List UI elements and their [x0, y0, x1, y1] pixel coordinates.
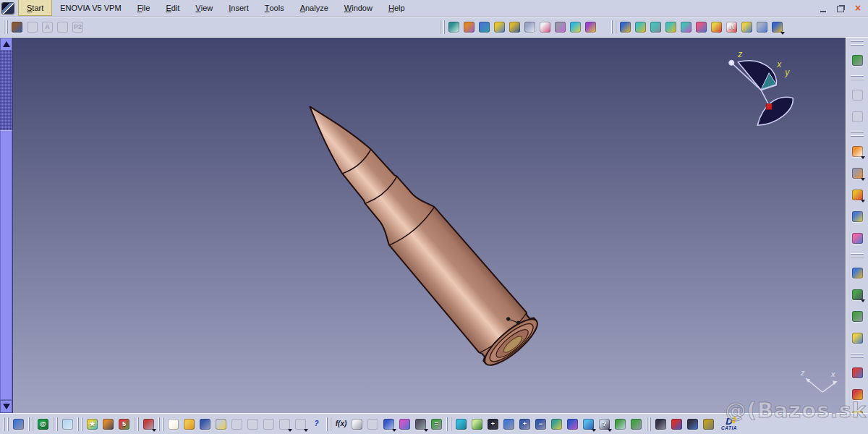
dropdown-arrow-icon[interactable] — [288, 429, 292, 432]
find-replace-icon[interactable]: A — [724, 20, 739, 35]
catalog-star-icon[interactable]: ★ — [85, 417, 100, 432]
select-arrow-icon[interactable] — [850, 144, 865, 159]
swap-space-icon[interactable] — [629, 417, 644, 432]
open-icon[interactable] — [182, 417, 197, 432]
dropdown-arrow-icon[interactable] — [608, 429, 612, 432]
compass-free-rotation-handle[interactable] — [729, 60, 734, 65]
doc-arrow-icon[interactable] — [663, 20, 678, 35]
dropdown-arrow-icon[interactable] — [424, 429, 428, 432]
menu-window[interactable]: Window — [336, 0, 380, 16]
sphere-cavity-icon[interactable] — [101, 417, 116, 432]
menu-start[interactable]: Start — [18, 0, 52, 16]
menu-insert[interactable]: Insert — [221, 0, 257, 16]
dropdown-arrow-icon[interactable] — [861, 178, 865, 181]
toolbar-handle[interactable] — [851, 75, 864, 80]
cube-list-icon[interactable] — [850, 387, 865, 402]
restore-button[interactable] — [835, 3, 846, 13]
normal-view-icon[interactable] — [549, 417, 564, 432]
camera-icon[interactable] — [653, 417, 668, 432]
window-filter-icon[interactable] — [754, 20, 770, 35]
box-blue-icon[interactable] — [850, 209, 865, 224]
lock-gears-icon[interactable] — [413, 417, 428, 432]
apply-material-icon[interactable] — [701, 417, 716, 432]
dropdown-arrow-icon[interactable] — [304, 429, 308, 432]
menu-file[interactable]: File — [129, 0, 158, 16]
gear-cluster-icon[interactable] — [618, 20, 633, 35]
dropdown-arrow-icon[interactable] — [592, 429, 596, 432]
world-icon[interactable] — [446, 20, 461, 35]
hide-show-icon[interactable] — [613, 417, 628, 432]
dropdown-arrow-icon[interactable] — [152, 429, 156, 432]
scrollbar-track[interactable] — [0, 51, 12, 130]
dice-world-icon[interactable] — [850, 265, 865, 281]
cartridge-body[interactable] — [284, 85, 536, 364]
paperclip-icon[interactable] — [522, 20, 537, 35]
doc-gear-a-icon[interactable] — [633, 20, 648, 35]
toolbar-handle[interactable] — [77, 417, 82, 431]
bullet-cartridge-model[interactable] — [284, 85, 543, 372]
compass-lower-sail[interactable] — [757, 97, 793, 125]
dropdown-arrow-icon[interactable] — [861, 156, 865, 159]
list-red-arrow-icon[interactable] — [709, 20, 724, 35]
dropdown-arrow-icon[interactable] — [780, 32, 785, 35]
knowledge-comment-icon[interactable] — [349, 417, 365, 432]
toolbar-handle[interactable] — [28, 417, 33, 431]
tree-scrollbar[interactable] — [0, 38, 13, 413]
doc-morph-icon[interactable] — [678, 20, 694, 35]
3d-box-icon[interactable] — [60, 417, 75, 432]
toolbar-handle[interactable] — [326, 417, 331, 431]
toolbar-handle[interactable] — [53, 417, 58, 431]
dropdown-arrow-icon[interactable] — [861, 200, 865, 203]
gear-pointer-icon[interactable] — [850, 166, 865, 181]
minimize-button[interactable] — [817, 3, 829, 13]
compass-anchor-square[interactable] — [766, 103, 772, 109]
capture-camera-icon[interactable] — [850, 287, 865, 302]
close-button[interactable]: × — [852, 3, 864, 13]
toolbar-handle[interactable] — [446, 417, 451, 431]
view-mode-icon[interactable]: ? — [597, 417, 612, 432]
pan-icon[interactable]: + — [485, 417, 501, 432]
enovia-spiral-icon[interactable]: @ — [35, 417, 51, 432]
menu-edit[interactable]: Edit — [158, 0, 187, 16]
zoom-out-icon[interactable]: − — [533, 417, 548, 432]
compass[interactable]: z x y — [729, 49, 793, 125]
knowledge-gears-icon[interactable] — [850, 53, 865, 68]
fly-star-icon[interactable] — [850, 331, 865, 346]
3d-viewport[interactable]: z x y z x — [13, 38, 846, 413]
menu-tools[interactable]: Tools — [257, 0, 292, 16]
multi-view-icon[interactable] — [565, 417, 580, 432]
dropdown-arrow-icon[interactable] — [392, 429, 396, 432]
rules-icon[interactable]: = — [429, 417, 444, 432]
world-gear-icon[interactable] — [770, 20, 785, 35]
gear-dice-icon[interactable] — [583, 20, 598, 35]
new-document-icon[interactable] — [166, 417, 181, 432]
projector-icon[interactable] — [685, 417, 700, 432]
toolbar-handle[interactable] — [851, 253, 864, 258]
measure-box-icon[interactable] — [461, 20, 477, 35]
wand-document-icon[interactable] — [537, 20, 553, 35]
menu-help[interactable]: Help — [380, 0, 413, 16]
whats-this-icon[interactable]: ? — [309, 417, 324, 432]
toolbar-handle[interactable] — [134, 417, 139, 431]
screwdriver-rings-icon[interactable] — [553, 20, 568, 35]
toolbar-handle[interactable] — [4, 417, 9, 431]
toolbar-handle[interactable] — [611, 20, 616, 34]
print-icon[interactable] — [213, 417, 229, 432]
rotate-icon[interactable] — [501, 417, 516, 432]
tree-structure-icon[interactable] — [850, 231, 865, 246]
toolbar-handle[interactable] — [3, 20, 8, 34]
box-plug-icon[interactable] — [850, 187, 865, 203]
cube-tree-icon[interactable] — [850, 365, 865, 380]
catia-app-icon[interactable] — [2, 3, 14, 14]
design-table-icon[interactable] — [381, 417, 396, 432]
toolbar-handle[interactable] — [440, 20, 445, 34]
cascade-windows-icon[interactable] — [739, 20, 754, 35]
toolbar-handle[interactable] — [851, 353, 864, 358]
zoom-in-icon[interactable]: + — [517, 417, 532, 432]
dropdown-arrow-icon[interactable] — [861, 299, 865, 302]
print-3d-icon[interactable] — [11, 417, 26, 432]
fly-mode-icon[interactable] — [454, 417, 469, 432]
setsquare-icon[interactable] — [492, 20, 507, 35]
relations-icon[interactable] — [397, 417, 412, 432]
iso-view-icon[interactable] — [581, 417, 596, 432]
